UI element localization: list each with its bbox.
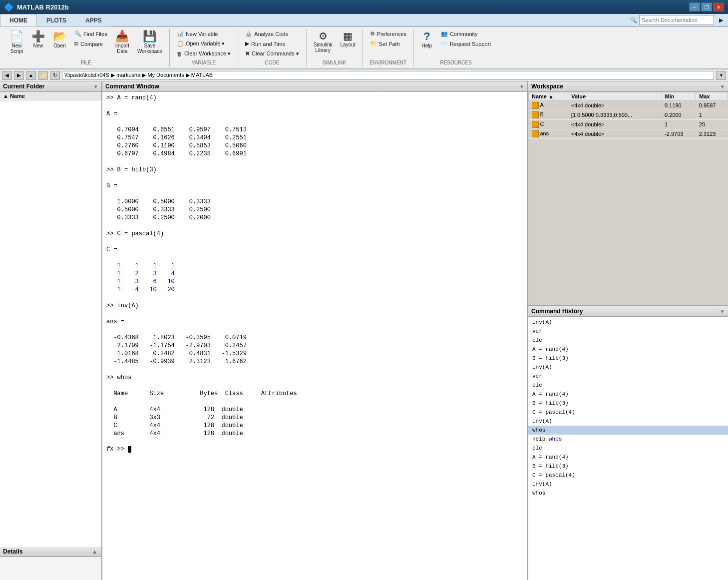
ws-col-max[interactable]: Max	[696, 92, 728, 101]
history-item[interactable]: clc	[528, 336, 728, 345]
ribbon-group-file: 📄 NewScript ➕ New 📂 Open 🔍 Find Files ⧉ …	[3, 29, 170, 66]
find-files-button[interactable]: 🔍 Find Files	[71, 29, 110, 38]
history-item[interactable]: inv(A)	[528, 363, 728, 372]
environment-group-label: ENVIRONMENT	[369, 60, 406, 65]
import-data-button[interactable]: 📥 ImportData	[112, 29, 132, 56]
restore-button[interactable]: ❐	[701, 2, 712, 11]
ws-row-ans[interactable]: ans <4x4 double> -2.9703 2.3123	[529, 129, 728, 139]
open-variable-button[interactable]: 📋 Open Variable ▾	[174, 39, 234, 48]
save-workspace-button[interactable]: 💾 SaveWorkspace	[134, 29, 165, 56]
community-icon: 👥	[441, 30, 448, 37]
set-path-button[interactable]: 📁 Set Path	[367, 39, 409, 48]
tab-plots[interactable]: PLOTS	[37, 14, 76, 26]
history-item[interactable]: B = hilb(3)	[528, 354, 728, 363]
history-content: inv(A) ver clc A = rand(4) B = hilb(3) i…	[528, 317, 728, 580]
nav-refresh-button[interactable]: ↻	[50, 71, 60, 80]
analyze-code-button[interactable]: 🔬 Analyze Code	[242, 29, 302, 38]
clear-workspace-icon: 🗑	[177, 51, 182, 57]
current-folder-header: Current Folder ▾	[0, 81, 101, 92]
cursor	[128, 446, 131, 453]
help-button[interactable]: ? Help	[418, 29, 436, 50]
ribbon-group-code: 🔬 Analyze Code ▶ Run and Time ✖ Clear Co…	[238, 29, 307, 66]
history-item[interactable]: ver	[528, 372, 728, 381]
open-button[interactable]: 📂 Open	[50, 29, 69, 50]
addressbar: ◀ ▶ ▲ 📁 ↻ \\lipasto\kotidir04S ▶ markush…	[0, 69, 728, 81]
close-button[interactable]: ✕	[713, 2, 724, 11]
command-history-header: Command History ▾	[528, 306, 728, 317]
nav-up-button[interactable]: ▲	[26, 71, 36, 80]
new-variable-icon: 📊	[177, 30, 184, 37]
command-history-menu-button[interactable]: ▾	[720, 308, 725, 315]
history-item[interactable]: inv(A)	[528, 417, 728, 426]
nav-forward-button[interactable]: ▶	[14, 71, 24, 80]
history-item[interactable]: A = rand(4)	[528, 345, 728, 354]
ribbon-group-environment: ⚙ Preferences 📁 Set Path ENVIRONMENT	[363, 29, 414, 66]
ribbon: 📄 NewScript ➕ New 📂 Open 🔍 Find Files ⧉ …	[0, 27, 728, 69]
variable-group-label: VARIABLE	[192, 60, 216, 65]
history-item[interactable]: C = pascal(4)	[528, 471, 728, 480]
workspace-table-container: Name ▲ Value Min Max A <4x4 double> 0.11…	[528, 92, 728, 305]
preferences-button[interactable]: ⚙ Preferences	[367, 29, 409, 38]
clear-commands-icon: ✖	[245, 50, 250, 57]
current-folder-content	[0, 100, 101, 547]
new-variable-button[interactable]: 📊 New Variable	[174, 29, 234, 38]
history-item[interactable]: B = hilb(3)	[528, 462, 728, 471]
search-input[interactable]	[639, 15, 714, 25]
ribbon-tabs: HOME PLOTS APPS 🔍 ▶	[0, 14, 728, 27]
ws-row-A[interactable]: A <4x4 double> 0.1190 0.9597	[529, 101, 728, 110]
titlebar-title: 🔷 MATLAB R2012b	[4, 2, 69, 12]
workspace-table: Name ▲ Value Min Max A <4x4 double> 0.11…	[528, 92, 728, 139]
history-item[interactable]: B = hilb(3)	[528, 399, 728, 408]
details-menu-button[interactable]: ▲	[91, 548, 98, 555]
search-button[interactable]: ▶	[716, 15, 726, 25]
history-item[interactable]: C = pascal(4)	[528, 408, 728, 417]
file-group-label: FILE	[81, 60, 91, 65]
new-button[interactable]: ➕ New	[28, 29, 48, 50]
request-support-button[interactable]: 📨 Request Support	[438, 39, 494, 48]
nav-browse-button[interactable]: 📁	[38, 71, 48, 80]
set-path-icon: 📁	[370, 40, 377, 47]
ws-icon-A	[532, 102, 539, 109]
ws-col-value[interactable]: Value	[568, 92, 662, 101]
history-item[interactable]: inv(A)	[528, 318, 728, 327]
ribbon-group-resources: ? Help 👥 Community 📨 Request Support RES…	[414, 29, 498, 66]
ws-row-C[interactable]: C <4x4 double> 1 20	[529, 120, 728, 129]
ws-col-name[interactable]: Name ▲	[529, 92, 568, 101]
history-item[interactable]: ver	[528, 327, 728, 336]
history-item[interactable]: A = rand(4)	[528, 390, 728, 399]
nav-back-button[interactable]: ◀	[2, 71, 12, 80]
ws-col-min[interactable]: Min	[662, 92, 696, 101]
compare-button[interactable]: ⧉ Compare	[71, 39, 110, 48]
history-item-whos[interactable]: whos	[528, 426, 728, 435]
workspace-menu-button[interactable]: ▾	[720, 83, 725, 90]
history-item[interactable]: clc	[528, 381, 728, 390]
ws-row-B[interactable]: B [1 0.5000 0.3333;0.500... 0.2000 1	[529, 110, 728, 120]
tab-apps[interactable]: APPS	[76, 14, 111, 26]
request-support-icon: 📨	[441, 40, 448, 47]
addr-dropdown-button[interactable]: ▾	[716, 71, 726, 80]
command-window-menu-button[interactable]: ▾	[519, 83, 524, 90]
command-window[interactable]: >> A = rand(4) A = 0.7094 0.6551 0.9597 …	[102, 92, 527, 580]
layout-button[interactable]: ▦ Layout	[338, 29, 359, 49]
cmd-line-1: >> A = rand(4)	[106, 94, 523, 102]
history-item[interactable]: help whos	[528, 435, 728, 444]
address-path[interactable]: \\lipasto\kotidir04S ▶ markusha ▶ My Doc…	[62, 71, 714, 80]
minimize-button[interactable]: ─	[689, 2, 700, 11]
current-folder-menu-button[interactable]: ▾	[93, 83, 98, 90]
history-item[interactable]: clc	[528, 444, 728, 453]
command-history-panel: Command History ▾ inv(A) ver clc A = ran…	[528, 306, 728, 580]
simulink-button[interactable]: ⚙ SimulinkLibrary	[311, 29, 336, 55]
new-script-button[interactable]: 📄 NewScript	[7, 29, 26, 56]
history-item[interactable]: whos	[528, 489, 728, 498]
tab-home[interactable]: HOME	[0, 14, 37, 26]
clear-workspace-button[interactable]: 🗑 Clear Workspace ▾	[174, 49, 234, 58]
clear-commands-button[interactable]: ✖ Clear Commands ▾	[242, 49, 302, 58]
run-time-button[interactable]: ▶ Run and Time	[242, 39, 302, 48]
community-button[interactable]: 👥 Community	[438, 29, 494, 38]
new-icon: ➕	[31, 31, 45, 42]
history-item[interactable]: inv(A)	[528, 480, 728, 489]
current-folder-col-header: ▲ Name	[0, 92, 101, 100]
workspace-header: Workspace ▾	[528, 81, 728, 92]
ws-icon-B	[532, 111, 539, 118]
history-item[interactable]: A = rand(4)	[528, 453, 728, 462]
